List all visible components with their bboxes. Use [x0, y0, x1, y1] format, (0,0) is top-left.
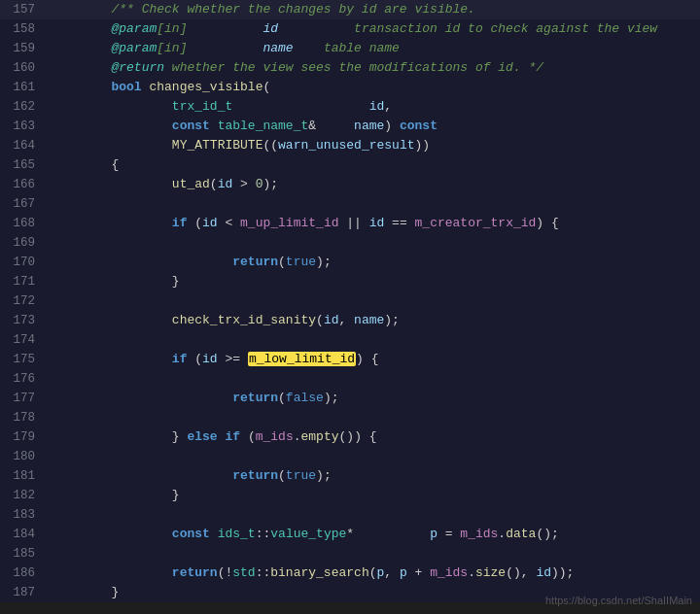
line-content [51, 408, 700, 427]
token: ) { [356, 352, 378, 366]
line-number: 178 [0, 408, 51, 427]
code-line: 169 [0, 233, 700, 253]
line-number: 157 [0, 0, 51, 19]
token: . [498, 527, 506, 541]
token: const [400, 119, 438, 133]
token: @return [111, 60, 164, 75]
line-content: trx_id_t id, [51, 97, 700, 117]
code-line: 157 /** Check whether the changes by id … [0, 0, 700, 19]
line-content [51, 369, 700, 389]
line-number: 186 [0, 563, 51, 583]
token: :: [256, 527, 271, 541]
code-line: 162 trx_id_t id, [0, 97, 700, 117]
line-content: @param[in] name table name [51, 39, 700, 58]
line-number: 170 [0, 253, 51, 272]
code-line: 177 return(false); [0, 389, 700, 408]
line-number: 169 [0, 233, 51, 253]
token: ( [278, 468, 286, 483]
line-content [51, 544, 700, 563]
token: (), [506, 565, 536, 580]
line-number: 165 [0, 155, 51, 175]
line-content [51, 194, 700, 214]
line-number: 174 [0, 330, 51, 350]
token: ( [187, 352, 202, 366]
line-number: 168 [0, 214, 51, 233]
token: ut_ad [172, 177, 210, 191]
token: @param [111, 21, 157, 36]
token: + [407, 565, 430, 580]
token: return [232, 468, 278, 483]
token: if [172, 352, 188, 366]
token: == [384, 216, 414, 230]
token: table name [294, 41, 400, 55]
token: ); [384, 313, 400, 327]
token: :: [256, 565, 271, 580]
token: ( [369, 565, 377, 580]
line-content: } [51, 272, 700, 291]
code-line: 175 if (id >= m_low_limit_id) { [0, 350, 700, 369]
token: } [172, 488, 180, 502]
token: , [384, 99, 392, 114]
line-number: 180 [0, 447, 51, 466]
token: if [172, 216, 188, 230]
token: ids_t [218, 527, 256, 541]
token: >= [218, 352, 248, 366]
token: false [286, 391, 324, 405]
line-content: return(true); [51, 253, 700, 272]
token: if [225, 429, 240, 444]
code-line: 176 [0, 369, 700, 389]
line-content: @param[in] id transaction id to check ag… [51, 19, 700, 39]
code-line: 184 const ids_t::value_type* p = m_ids.d… [0, 525, 700, 544]
code-line: 166 ut_ad(id > 0); [0, 175, 700, 194]
token: } [172, 429, 188, 444]
token: m_up_limit_id [240, 216, 338, 230]
token: ( [278, 391, 286, 405]
token: std [232, 565, 255, 580]
line-number: 181 [0, 466, 51, 486]
line-content: return(true); [51, 466, 700, 486]
token: const [172, 119, 210, 133]
line-content: if (id < m_up_limit_id || id == m_creato… [51, 214, 700, 233]
token: > [232, 177, 255, 191]
token: warn_unused_result [278, 138, 414, 153]
token: ); [324, 391, 339, 405]
line-number: 184 [0, 525, 51, 544]
token: /** Check whether the changes by id are … [111, 2, 474, 17]
token: || [338, 216, 368, 230]
token: m_ids [256, 429, 294, 444]
code-line: 186 return(!std::binary_search(p, p + m_… [0, 563, 700, 583]
line-number: 175 [0, 350, 51, 369]
token: return [232, 255, 278, 269]
token: [in] [157, 41, 187, 55]
token: id. */ [491, 60, 544, 75]
line-number: 167 [0, 194, 51, 214]
token: const [172, 527, 210, 541]
token: ); [262, 177, 278, 191]
line-number: 173 [0, 311, 51, 330]
token: * [346, 527, 430, 541]
token: )) [415, 138, 431, 153]
line-content: @return whether the view sees the modifi… [51, 58, 700, 78]
line-number: 159 [0, 39, 51, 58]
line-content [51, 233, 700, 253]
line-content: bool changes_visible( [51, 78, 700, 97]
token: m_ids [460, 527, 498, 541]
line-content: ut_ad(id > 0); [51, 175, 700, 194]
token: value_type [270, 527, 346, 541]
token: = [438, 527, 460, 541]
line-content: const ids_t::value_type* p = m_ids.data(… [51, 525, 700, 544]
line-number: 171 [0, 272, 51, 291]
token: m_creator_trx_id [415, 216, 537, 230]
token: ( [210, 177, 218, 191]
token: . [294, 429, 301, 444]
token: p [400, 565, 407, 580]
token: p [430, 527, 438, 541]
token: id [202, 216, 218, 230]
token: ( [262, 80, 270, 94]
code-line: 163 const table_name_t& name) const [0, 117, 700, 136]
line-content: return(false); [51, 389, 700, 408]
token: @param [111, 41, 157, 55]
token: MY_ATTRIBUTE [172, 138, 263, 153]
token: ); [316, 255, 332, 269]
code-line: 164 MY_ATTRIBUTE((warn_unused_result)) [0, 136, 700, 155]
